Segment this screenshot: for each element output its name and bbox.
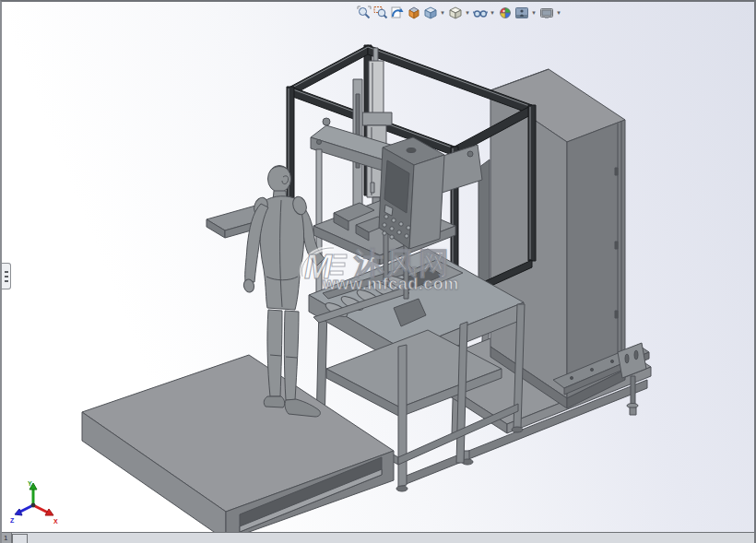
view-settings-icon bbox=[539, 6, 554, 20]
bottom-status-strip bbox=[2, 532, 754, 543]
view-orientation-icon bbox=[423, 6, 438, 20]
triad-x-label: X bbox=[53, 518, 58, 525]
hide-show-items-icon bbox=[473, 6, 488, 20]
apply-scene-dropdown[interactable]: ▾ bbox=[530, 5, 537, 21]
edit-appearance-icon bbox=[498, 6, 513, 20]
hide-show-items-button[interactable] bbox=[472, 5, 488, 21]
heads-up-view-toolbar: ▾ ▾ ▾ bbox=[356, 4, 562, 22]
previous-view-button[interactable] bbox=[389, 5, 405, 21]
view-settings-dropdown[interactable]: ▾ bbox=[555, 5, 562, 21]
coordinate-triad: Y X Z bbox=[9, 476, 63, 529]
triad-y-label: Y bbox=[28, 480, 32, 487]
feature-manager-collapsed-tab[interactable] bbox=[2, 263, 11, 289]
view-settings-button[interactable] bbox=[538, 5, 554, 21]
zoom-to-area-button[interactable] bbox=[372, 5, 388, 21]
display-style-button[interactable] bbox=[447, 5, 463, 21]
apply-scene-button[interactable] bbox=[514, 5, 529, 21]
triad-z-label: Z bbox=[10, 517, 15, 524]
display-style-icon bbox=[448, 6, 463, 20]
section-view-icon bbox=[407, 6, 421, 20]
edit-appearance-button[interactable] bbox=[497, 5, 513, 21]
display-style-dropdown[interactable]: ▾ bbox=[464, 5, 471, 21]
view-orientation-button[interactable] bbox=[422, 5, 438, 21]
graphics-area[interactable] bbox=[2, 2, 756, 543]
hide-show-items-dropdown[interactable]: ▾ bbox=[489, 5, 496, 21]
view-orientation-dropdown[interactable]: ▾ bbox=[439, 5, 446, 21]
section-view-button[interactable] bbox=[406, 5, 421, 21]
zoom-to-fit-button[interactable] bbox=[356, 5, 372, 21]
previous-view-icon bbox=[390, 6, 405, 20]
cad-viewport-window: M 沐风网 www.mfcad.com Y X Z bbox=[0, 0, 756, 543]
apply-scene-icon bbox=[514, 6, 529, 20]
model-tab-fragment[interactable]: 1 bbox=[2, 533, 12, 543]
zoom-to-fit-icon bbox=[357, 6, 372, 20]
zoom-to-area-icon bbox=[373, 6, 388, 20]
tab-fragment[interactable] bbox=[12, 534, 28, 543]
